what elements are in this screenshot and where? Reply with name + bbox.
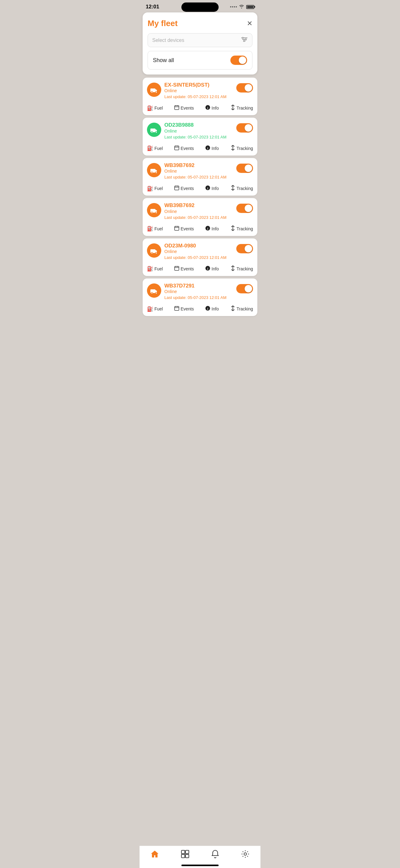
tracking-label: Tracking (237, 186, 253, 191)
page-title: My fleet (147, 19, 178, 28)
events-label: Events (180, 186, 194, 191)
tracking-action[interactable]: Tracking (230, 145, 253, 152)
fuel-icon: ⛽ (147, 266, 153, 272)
events-icon (174, 105, 179, 111)
events-label: Events (180, 306, 194, 311)
svg-point-5 (243, 40, 245, 41)
events-label: Events (180, 266, 194, 271)
dynamic-island (181, 2, 219, 12)
events-action[interactable]: Events (174, 145, 194, 152)
svg-point-26 (156, 172, 157, 173)
device-status: Online (164, 209, 226, 214)
events-icon (174, 185, 179, 191)
svg-point-3 (242, 37, 243, 38)
device-left: OD23M-0980 Online Last update: 05-07-202… (147, 243, 226, 260)
device-toggle[interactable] (236, 123, 253, 132)
fuel-label: Fuel (155, 186, 163, 191)
info-icon: i (205, 266, 210, 272)
fuel-action[interactable]: ⛽ Fuel (147, 104, 163, 112)
filter-icon[interactable] (241, 37, 248, 44)
info-action[interactable]: i Info (205, 145, 219, 152)
info-action[interactable]: i Info (205, 306, 219, 312)
events-label: Events (180, 226, 194, 231)
fuel-action[interactable]: ⛽ Fuel (147, 145, 163, 152)
events-action[interactable]: Events (174, 185, 194, 192)
info-icon: i (205, 145, 210, 152)
main-card: My fleet ✕ Select devices Show all (143, 12, 257, 74)
fuel-action[interactable]: ⛽ Fuel (147, 266, 163, 272)
svg-rect-45 (174, 266, 179, 270)
device-toggle[interactable] (236, 284, 253, 293)
events-action[interactable]: Events (174, 225, 194, 232)
battery-icon (246, 5, 254, 9)
events-label: Events (180, 105, 194, 111)
svg-text:i: i (207, 227, 208, 230)
events-action[interactable]: Events (174, 266, 194, 272)
fuel-label: Fuel (155, 146, 163, 151)
device-status: Online (164, 128, 226, 133)
tracking-action[interactable]: Tracking (230, 306, 253, 312)
svg-point-25 (151, 172, 153, 173)
info-icon: i (205, 185, 210, 191)
info-label: Info (211, 105, 219, 111)
device-info: WB39B7692 Online Last update: 05-07-2023… (164, 162, 226, 180)
show-all-toggle[interactable] (230, 56, 247, 65)
device-top: OD23M-0980 Online Last update: 05-07-202… (147, 243, 253, 260)
show-all-row: Show all (147, 51, 253, 69)
tracking-action[interactable]: Tracking (230, 266, 253, 272)
device-top: WB39B7692 Online Last update: 05-07-2023… (147, 162, 253, 180)
fuel-icon: ⛽ (147, 145, 153, 151)
events-label: Events (180, 146, 194, 151)
device-toggle[interactable] (236, 83, 253, 93)
device-toggle[interactable] (236, 244, 253, 253)
svg-point-17 (156, 132, 157, 133)
device-toggle[interactable] (236, 164, 253, 173)
device-name: OD23B9888 (164, 122, 226, 128)
fuel-icon: ⛽ (147, 226, 153, 231)
info-label: Info (211, 306, 219, 311)
device-name: WB37D7291 (164, 283, 226, 289)
fuel-label: Fuel (155, 105, 163, 111)
device-update: Last update: 05-07-2023 12:01 AM (164, 215, 226, 220)
svg-point-34 (151, 212, 153, 214)
device-toggle[interactable] (236, 204, 253, 213)
info-label: Info (211, 146, 219, 151)
tracking-action[interactable]: Tracking (230, 225, 253, 232)
tracking-label: Tracking (237, 306, 253, 311)
device-left: WB39B7692 Online Last update: 05-07-2023… (147, 162, 226, 180)
device-info: OD23B9888 Online Last update: 05-07-2023… (164, 122, 226, 139)
fuel-action[interactable]: ⛽ Fuel (147, 306, 163, 312)
device-list: EX-SINTER5(DST) Online Last update: 05-0… (143, 78, 257, 341)
events-action[interactable]: Events (174, 104, 194, 112)
info-action[interactable]: i Info (205, 225, 219, 232)
tracking-icon (230, 145, 235, 152)
info-action[interactable]: i Info (205, 266, 219, 272)
info-action[interactable]: i Info (205, 185, 219, 192)
svg-point-53 (156, 292, 157, 294)
events-action[interactable]: Events (174, 306, 194, 312)
device-actions: ⛽ Fuel Events i (147, 263, 253, 272)
tracking-action[interactable]: Tracking (230, 185, 253, 192)
truck-icon (147, 83, 161, 97)
device-top: EX-SINTER5(DST) Online Last update: 05-0… (147, 82, 253, 99)
search-bar[interactable]: Select devices (147, 33, 253, 47)
device-actions: ⛽ Fuel Events i (147, 102, 253, 112)
close-button[interactable]: ✕ (247, 20, 253, 27)
tracking-action[interactable]: Tracking (230, 104, 253, 112)
svg-text:i: i (207, 187, 208, 190)
svg-point-44 (156, 252, 157, 254)
info-action[interactable]: i Info (205, 104, 219, 112)
fuel-action[interactable]: ⛽ Fuel (147, 225, 163, 232)
wifi-icon (239, 4, 244, 9)
info-label: Info (211, 266, 219, 271)
fuel-action[interactable]: ⛽ Fuel (147, 185, 163, 192)
device-card: OD23M-0980 Online Last update: 05-07-202… (143, 239, 257, 276)
info-icon: i (205, 105, 210, 111)
svg-text:i: i (207, 146, 208, 150)
svg-rect-18 (174, 146, 179, 150)
device-top: WB39B7692 Online Last update: 05-07-2023… (147, 203, 253, 219)
svg-point-7 (151, 92, 153, 93)
tracking-label: Tracking (237, 105, 253, 111)
svg-point-52 (151, 292, 153, 294)
info-icon: i (205, 226, 210, 232)
